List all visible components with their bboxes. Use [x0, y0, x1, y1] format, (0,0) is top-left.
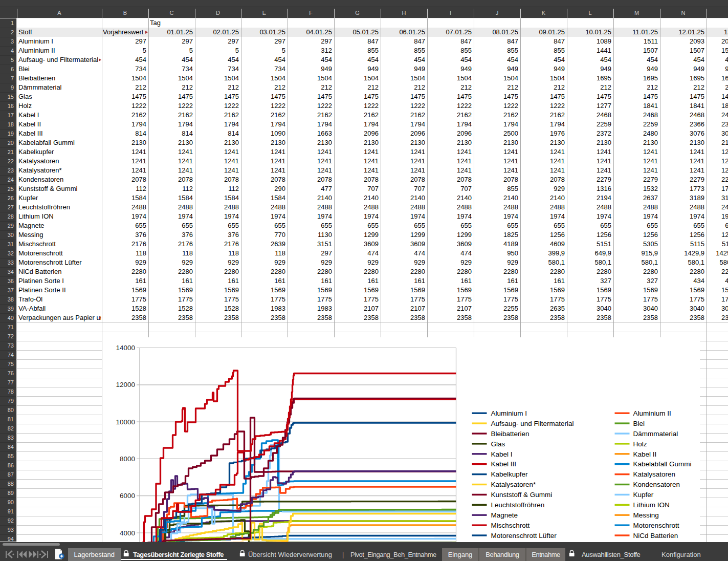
svg-text:6000: 6000	[119, 492, 135, 500]
svg-text:Aluminium I: Aluminium I	[491, 409, 527, 417]
svg-text:10000: 10000	[116, 418, 135, 426]
svg-text:Katalysatoren*: Katalysatoren*	[491, 481, 536, 488]
svg-text:Mischschrott: Mischschrott	[491, 522, 530, 529]
svg-text:Messing: Messing	[633, 511, 658, 519]
svg-text:Kabelabfall Gummi: Kabelabfall Gummi	[633, 460, 691, 468]
svg-text:Magnete: Magnete	[491, 511, 518, 519]
svg-text:12000: 12000	[116, 381, 135, 389]
svg-text:Kabel II: Kabel II	[633, 450, 656, 458]
svg-text:8000: 8000	[119, 455, 135, 463]
svg-text:Kabelkupfer: Kabelkupfer	[491, 470, 528, 478]
svg-text:Aluminium II: Aluminium II	[633, 409, 671, 417]
svg-text:Dämmmaterial: Dämmmaterial	[633, 430, 678, 438]
svg-text:14000: 14000	[116, 344, 135, 352]
svg-text:Glas: Glas	[491, 440, 505, 448]
svg-text:Kunststoff & Gummi: Kunststoff & Gummi	[491, 491, 552, 499]
svg-text:Motorenschrott Lüfter: Motorenschrott Lüfter	[491, 532, 557, 540]
svg-text:Blei: Blei	[633, 420, 645, 427]
svg-text:Katalysatoren: Katalysatoren	[633, 470, 675, 478]
svg-text:Aufsaug- und Filtermaterial: Aufsaug- und Filtermaterial	[491, 420, 573, 427]
svg-text:Kupfer: Kupfer	[633, 491, 653, 499]
svg-text:Holz: Holz	[633, 440, 647, 448]
svg-text:Kondensatoren: Kondensatoren	[633, 481, 680, 488]
svg-text:4000: 4000	[119, 529, 135, 537]
svg-text:Kabel III: Kabel III	[491, 460, 516, 468]
svg-text:NiCd Batterien: NiCd Batterien	[633, 532, 678, 540]
svg-text:Kabel I: Kabel I	[491, 450, 512, 458]
svg-text:Lithium ION: Lithium ION	[633, 501, 669, 509]
svg-text:Bleibatterien: Bleibatterien	[491, 430, 529, 438]
svg-text:Leuchtstoffröhren: Leuchtstoffröhren	[491, 501, 544, 509]
svg-text:Motorenschrott: Motorenschrott	[633, 522, 679, 529]
